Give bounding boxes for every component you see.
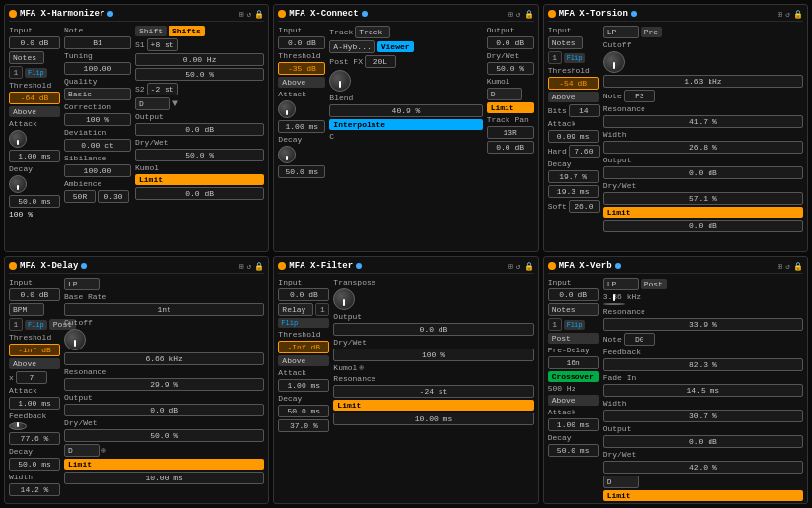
resonance-value-d[interactable]: 29.9 %: [64, 378, 264, 391]
threshold-value-d[interactable]: -inf dB: [9, 344, 60, 356]
feedback-value-v[interactable]: 82.3 %: [603, 358, 803, 371]
pct1[interactable]: 50.0 %: [135, 68, 264, 81]
drywet-value-c[interactable]: 50.0 %: [487, 62, 534, 75]
lp-dropdown-d[interactable]: LP: [64, 278, 100, 290]
attack-knob-c[interactable]: [278, 100, 296, 118]
limit-btn[interactable]: Limit: [135, 174, 264, 185]
postfx-value[interactable]: 20L: [365, 55, 396, 68]
decay-knob-c[interactable]: [278, 146, 296, 163]
above-btn-d[interactable]: Above: [9, 358, 60, 369]
output-value-f[interactable]: 0.0 dB: [333, 323, 533, 336]
attack-value-c[interactable]: 1.00 ms: [278, 120, 325, 133]
width-value-t[interactable]: 26.8 %: [603, 141, 803, 154]
limit-value-f[interactable]: 10.00 ms: [333, 413, 533, 425]
shifts-btn[interactable]: Shifts: [169, 26, 205, 36]
deviation-value[interactable]: 0.00 ct: [64, 139, 131, 152]
post-btn-v2[interactable]: Post: [641, 279, 667, 289]
x-value[interactable]: 7: [16, 371, 47, 384]
trackpan-value[interactable]: 13R: [487, 126, 534, 139]
ahyb-dropdown[interactable]: A-Hyb...: [329, 40, 374, 53]
attack-knob[interactable]: [9, 130, 27, 148]
crossover-box[interactable]: Crossover: [548, 371, 599, 382]
drywet-value-t[interactable]: 57.1 %: [603, 192, 803, 205]
note-value-t[interactable]: F3: [624, 90, 655, 102]
settings-icon-5[interactable]: ↺: [516, 262, 521, 271]
above-btn-t[interactable]: Above: [548, 92, 599, 102]
decay-knob[interactable]: [9, 175, 27, 193]
decay-pct-t[interactable]: 19.7 %: [548, 170, 599, 183]
output-value[interactable]: 0.0 dB: [135, 123, 264, 136]
threshold-value-t[interactable]: -54 dB: [548, 77, 599, 90]
decay-ms-t[interactable]: 19.3 ms: [548, 185, 599, 198]
attack-value-v[interactable]: 1.00 ms: [548, 418, 599, 431]
drywet-value-v[interactable]: 42.0 %: [603, 461, 803, 474]
tuning-value[interactable]: 100.00: [64, 62, 131, 75]
d-dropdown-c[interactable]: D: [487, 88, 522, 100]
input-value-v[interactable]: 0.0 dB: [548, 288, 599, 301]
input-value[interactable]: 0.0 dB: [9, 36, 60, 49]
baserate-value[interactable]: 1nt: [64, 303, 264, 316]
blend-value[interactable]: 40.9 %: [329, 104, 482, 117]
limit-value-d[interactable]: 10.00 ms: [64, 472, 264, 484]
blend-knob[interactable]: [329, 70, 351, 92]
correction-value[interactable]: 100 %: [64, 113, 131, 126]
limit-btn-d[interactable]: Limit: [64, 459, 264, 470]
limit-btn-v[interactable]: Limit: [603, 490, 803, 501]
hard-value[interactable]: 7.60: [569, 145, 600, 158]
fadein-value[interactable]: 14.5 ms: [603, 384, 803, 397]
drywet2-value[interactable]: 37.0 %: [278, 419, 329, 432]
notes-dropdown-t[interactable]: Notes: [548, 36, 583, 49]
post-btn-v[interactable]: Post: [548, 333, 599, 344]
settings-icon-3[interactable]: ↺: [785, 10, 790, 19]
resonance-value-f[interactable]: -24 st: [333, 385, 533, 398]
limit-value[interactable]: 0.0 dB: [135, 187, 264, 200]
above-btn-c[interactable]: Above: [278, 77, 325, 88]
flip-btn[interactable]: Flip: [25, 68, 47, 78]
globe-icon-d[interactable]: ⊕: [102, 446, 106, 455]
limit-btn-f[interactable]: Limit: [333, 400, 533, 411]
threshold-value-c[interactable]: -35 dB: [278, 62, 325, 75]
relay-dropdown[interactable]: Relay: [278, 303, 313, 316]
shift-btn[interactable]: Shift: [135, 26, 167, 36]
decay-value-f[interactable]: 50.0 ms: [278, 405, 329, 417]
track-dropdown[interactable]: Track: [355, 26, 390, 38]
decay-value-v[interactable]: 50.0 ms: [548, 444, 599, 457]
freq1[interactable]: 0.00 Hz: [135, 53, 264, 66]
width-value-v[interactable]: 30.7 %: [603, 410, 803, 422]
d-dropdown-d[interactable]: D: [64, 444, 100, 457]
input-value-d[interactable]: 0.0 dB: [9, 288, 60, 301]
lock-icon-5[interactable]: 🔒: [524, 262, 534, 271]
resonance-value-v[interactable]: 33.9 %: [603, 318, 803, 331]
transpose-knob[interactable]: [333, 288, 355, 310]
drywet-value-f[interactable]: 100 %: [333, 349, 533, 361]
limit-value-t[interactable]: 0.0 dB: [603, 220, 803, 232]
flip-btn-v[interactable]: Flip: [564, 320, 586, 330]
d-dropdown-v[interactable]: D: [603, 476, 639, 488]
lp-dropdown-t[interactable]: LP: [603, 26, 639, 38]
pre-btn-t[interactable]: Pre: [641, 27, 662, 37]
limit-btn-t[interactable]: Limit: [603, 207, 803, 218]
cutoff-value-t[interactable]: 1.63 kHz: [603, 75, 803, 88]
midi-icon-5[interactable]: ⊞: [508, 262, 513, 271]
d-dropdown[interactable]: D: [135, 97, 170, 110]
midi-icon-3[interactable]: ⊞: [778, 10, 782, 19]
quality-dropdown[interactable]: Basic: [64, 88, 131, 100]
ambience-pct[interactable]: 0.30: [98, 190, 129, 203]
decay-value-d[interactable]: 50.0 ms: [9, 458, 60, 471]
lp-dropdown-v[interactable]: LP: [603, 278, 639, 290]
attack-value[interactable]: 1.00 ms: [9, 150, 60, 162]
settings-icon-2[interactable]: ↺: [516, 10, 521, 19]
input-value-c[interactable]: 0.0 dB: [278, 36, 325, 49]
flip-btn-f[interactable]: Flip: [278, 318, 329, 328]
notes-dropdown-v[interactable]: Notes: [548, 303, 599, 316]
s1-value[interactable]: +8 st: [147, 38, 178, 51]
limit-value-v[interactable]: 100.0 ms: [603, 503, 803, 504]
settings-icon-4[interactable]: ↺: [247, 262, 252, 271]
above-btn-f[interactable]: Above: [278, 355, 329, 366]
attack-value-d[interactable]: 1.00 ms: [9, 397, 60, 410]
above-btn-v[interactable]: Above: [548, 395, 599, 406]
feedback-value[interactable]: 77.6 %: [9, 432, 60, 445]
limit-btn-c[interactable]: Limit: [487, 102, 534, 113]
bits-value[interactable]: 14: [569, 104, 600, 117]
drywet-value[interactable]: 50.0 %: [135, 149, 264, 161]
